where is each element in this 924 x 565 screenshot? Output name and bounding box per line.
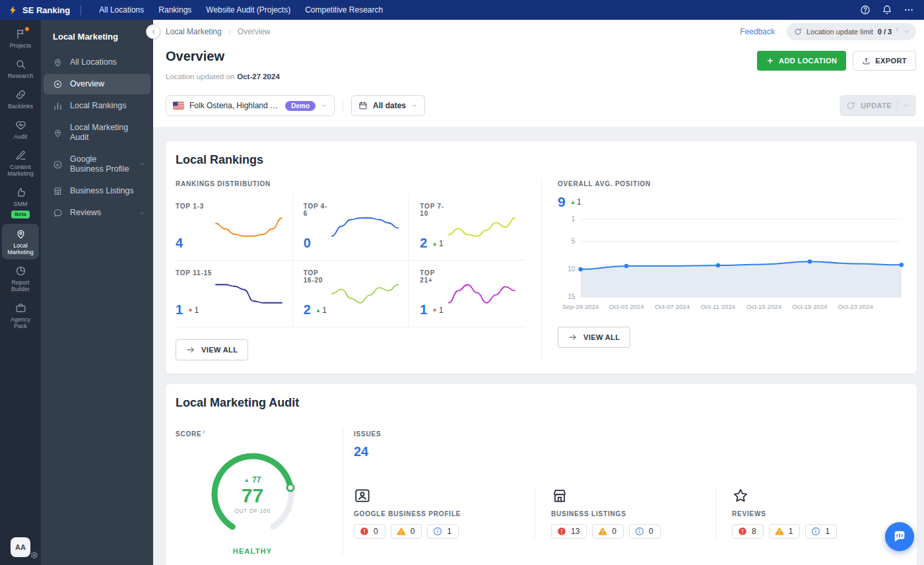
errors-pill[interactable]: 8 — [732, 524, 764, 539]
warnings-pill[interactable]: 0 — [391, 524, 422, 539]
rail-item-smm[interactable]: SMM Beta — [2, 182, 39, 222]
rail-item-research[interactable]: Research — [2, 54, 39, 83]
rail-label: Backlinks — [8, 103, 33, 110]
bucket-label: TOP 16-20 — [304, 269, 330, 284]
bucket-label: TOP 4-6 — [304, 203, 330, 217]
section-label: REVIEWS — [732, 510, 880, 517]
update-button[interactable]: UPDATE — [840, 95, 916, 116]
rank-bucket-top-11-15: TOP 11-15 1▼1 — [176, 261, 292, 327]
brand-logo[interactable]: SE Ranking — [8, 5, 70, 15]
add-location-button[interactable]: ADD LOCATION — [757, 51, 846, 71]
us-flag-icon — [173, 102, 184, 110]
chevron-down-icon — [321, 102, 327, 109]
chat-widget-button[interactable] — [885, 522, 914, 551]
sidebar-item-overview[interactable]: Overview — [44, 74, 150, 94]
rail-label: Audit — [14, 133, 28, 140]
rank-bucket-top-1-3: TOP 1-3 4 — [176, 194, 292, 261]
svg-text:10: 10 — [568, 265, 576, 273]
app-icon-rail: Projects Research Backlinks Audit Conten… — [0, 20, 41, 565]
topnav-website-audit[interactable]: Website Audit (Projects) — [199, 0, 298, 20]
score-status: HEALTHY — [176, 547, 329, 555]
sidebar-item-local-marketing-audit[interactable]: Local Marketing Audit — [44, 117, 150, 148]
storefront-icon — [53, 186, 63, 196]
updated-date: Oct-27 2024 — [237, 73, 280, 81]
sidebar-item-all-locations[interactable]: All Locations — [44, 52, 150, 73]
user-avatar[interactable]: AA — [11, 537, 30, 557]
pin-pulse-icon — [53, 128, 63, 138]
notice-icon — [811, 527, 820, 536]
breadcrumb: Local Marketing Overview Feedback Locati… — [166, 20, 916, 44]
storefront-icon — [551, 487, 568, 504]
divider — [81, 5, 81, 15]
date-range-value: All dates — [373, 101, 406, 110]
error-icon — [738, 527, 747, 536]
bar-chart-icon — [53, 101, 63, 111]
breadcrumb-parent[interactable]: Local Marketing — [166, 27, 222, 36]
sidebar-item-business-listings[interactable]: Business Listings — [44, 181, 150, 201]
sidebar-item-local-rankings[interactable]: Local Rankings — [44, 96, 150, 116]
local-marketing-sidebar: Local Marketing All Locations Overview L… — [41, 20, 153, 565]
audit-score-panel: SCOREi ▲77 77 OUT OF 100 HEALTHY — [176, 427, 343, 555]
notices-count: 1 — [447, 527, 451, 536]
sidebar-item-reviews[interactable]: Reviews — [44, 203, 150, 223]
rank-bucket-top-4-6: TOP 4-6 0 — [292, 194, 409, 261]
sparkline-chart — [329, 215, 401, 239]
notices-pill[interactable]: 1 — [427, 524, 459, 539]
section-label: GOOGLE BUSINESS PROFILE — [354, 510, 519, 517]
more-menu-icon[interactable] — [903, 4, 915, 16]
info-mark: i — [896, 26, 898, 32]
plus-icon — [766, 57, 774, 65]
chevron-down-icon[interactable] — [903, 102, 909, 109]
chevron-down-icon — [411, 102, 418, 109]
error-icon — [360, 527, 369, 536]
rail-item-content-marketing[interactable]: Content Marketing — [2, 145, 39, 181]
add-location-label: ADD LOCATION — [779, 57, 837, 65]
errors-pill[interactable]: 0 — [354, 524, 385, 539]
view-all-rankings-button[interactable]: VIEW ALL — [176, 339, 248, 360]
warnings-pill[interactable]: 0 — [592, 524, 624, 539]
export-button[interactable]: EXPORT — [853, 51, 916, 71]
refresh-icon — [846, 101, 855, 110]
notices-pill[interactable]: 0 — [629, 524, 661, 539]
chevron-right-icon — [226, 28, 233, 35]
notices-pill[interactable]: 1 — [805, 524, 837, 539]
svg-text:Oct-19 2024: Oct-19 2024 — [792, 303, 828, 310]
notifications-bell-icon[interactable] — [881, 4, 893, 16]
topnav-competitive-research[interactable]: Competitive Research — [298, 0, 390, 20]
bucket-value: 2 — [420, 236, 427, 251]
rail-item-projects[interactable]: Projects — [2, 24, 39, 53]
rail-item-local-marketing[interactable]: Local Marketing — [2, 224, 39, 259]
topnav-rankings[interactable]: Rankings — [151, 0, 199, 20]
rail-item-report-builder[interactable]: Report Builder — [2, 261, 39, 296]
help-icon[interactable] — [859, 4, 871, 16]
topnav-all-locations[interactable]: All Locations — [92, 0, 151, 20]
warnings-count: 0 — [612, 527, 616, 536]
feedback-link[interactable]: Feedback — [740, 27, 775, 36]
score-value: 77 — [242, 484, 263, 507]
panel-label: RANKINGS DISTRIBUTION — [176, 180, 525, 187]
sidebar-item-label: Local Rankings — [70, 101, 145, 111]
location-select[interactable]: Folk Osteria, Highland Dr., Holl... Demo — [166, 95, 335, 116]
rail-label: SMM — [14, 201, 28, 207]
bucket-label: TOP 7-10 — [420, 203, 446, 217]
rail-label: Projects — [10, 42, 32, 49]
location-update-limit[interactable]: Location update limit 0 / 3i — [787, 23, 916, 40]
sidebar-title: Local Marketing — [41, 28, 153, 52]
chevron-down-icon — [139, 161, 145, 168]
sidebar-collapse-button[interactable] — [146, 24, 160, 39]
avg-position-value: 9 — [558, 194, 566, 210]
rail-item-audit[interactable]: Audit — [2, 115, 39, 144]
rail-item-agency-pack[interactable]: Agency Pack — [2, 298, 39, 333]
errors-pill[interactable]: 13 — [551, 524, 587, 539]
date-range-select[interactable]: All dates — [351, 95, 425, 116]
bucket-delta: ▲1 — [315, 306, 327, 315]
settings-gear-icon[interactable] — [30, 551, 38, 559]
sidebar-item-label: All Locations — [70, 57, 145, 67]
warnings-pill[interactable]: 1 — [769, 524, 801, 539]
chevron-down-icon[interactable] — [904, 28, 910, 35]
sidebar-item-google-business-profile[interactable]: G Google Business Profile — [44, 149, 150, 180]
audit-section-reviews: REVIEWS 8 1 — [715, 487, 896, 539]
view-all-avg-button[interactable]: VIEW ALL — [558, 327, 630, 348]
rail-label: Content Marketing — [3, 164, 38, 177]
rail-item-backlinks[interactable]: Backlinks — [2, 84, 39, 114]
